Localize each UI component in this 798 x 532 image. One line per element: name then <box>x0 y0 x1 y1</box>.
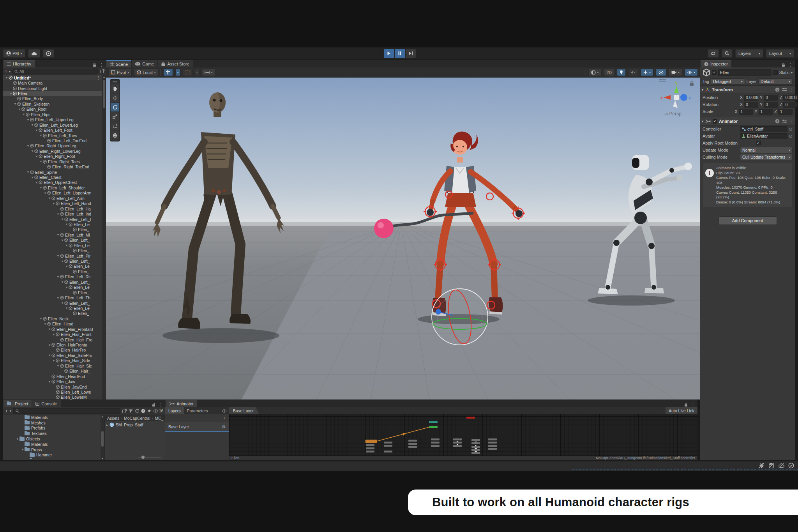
foldout-arrow-icon[interactable]: ▸ <box>106 423 108 427</box>
state-node[interactable] <box>471 446 480 448</box>
position-z-field[interactable]: 0.0016 <box>783 95 798 101</box>
pause-button[interactable] <box>394 49 405 58</box>
rotation-x-field[interactable]: 0 <box>744 102 758 108</box>
active-checkbox[interactable]: ✓ <box>712 70 717 75</box>
lock-icon[interactable] <box>152 403 155 407</box>
scale-y-field[interactable]: 1 <box>759 109 773 115</box>
scroll-up-icon[interactable]: ▲ <box>102 76 106 78</box>
hierarchy-item[interactable]: ▼Ellen_Left_ <box>3 300 102 306</box>
menu-kebab-icon[interactable]: ⋮ <box>691 402 695 407</box>
foldout-arrow-icon[interactable]: ▼ <box>65 286 69 289</box>
help-icon[interactable]: ? <box>775 119 780 124</box>
object-picker-icon[interactable]: ⊙ <box>789 127 793 132</box>
tab-layers[interactable]: Layers <box>165 407 184 414</box>
hierarchy-item[interactable]: ▼Ellen_Spine <box>3 170 102 175</box>
hierarchy-item[interactable]: ▼Ellen_Left_Foot <box>3 127 102 133</box>
hierarchy-item[interactable]: Ellen_Hair_ <box>3 369 102 374</box>
state-node[interactable] <box>366 447 374 449</box>
layer-dropdown[interactable]: Default▾ <box>758 78 793 85</box>
thumbnail-size-slider[interactable] <box>138 456 161 459</box>
project-folder-row[interactable]: Shield <box>3 458 101 459</box>
collab-disabled-icon[interactable] <box>778 463 784 468</box>
gizmo-center-cube[interactable] <box>674 95 679 100</box>
hierarchy-item[interactable]: ▼Ellen_Right_LowerLeg <box>3 148 102 154</box>
foldout-arrow-icon[interactable]: ▼ <box>48 327 51 331</box>
hierarchy-item[interactable]: ▼Ellen_Left_Rir <box>3 274 102 279</box>
transform-header[interactable]: ▾ Transform ? ⋮ <box>700 85 795 94</box>
scroll-up-icon[interactable]: ▲ <box>101 415 104 418</box>
hierarchy-item[interactable]: Ellen_Hair_Fro <box>3 337 102 342</box>
hierarchy-item[interactable]: ▼Ellen <box>3 91 102 96</box>
increment-snap-toggle[interactable] <box>183 69 192 76</box>
component-enabled-checkbox[interactable]: ✓ <box>713 119 717 124</box>
link-icon[interactable] <box>733 110 733 113</box>
foldout-arrow-icon[interactable]: ▼ <box>60 301 64 305</box>
foldout-arrow-icon[interactable]: ▼ <box>39 160 43 163</box>
hierarchy-item[interactable]: Ellen_ <box>3 290 102 295</box>
add-layer-button[interactable]: + <box>222 415 226 421</box>
update-mode-dropdown[interactable]: Normal▾ <box>740 147 793 153</box>
increment-snap-dropdown[interactable]: ▾ <box>195 69 200 76</box>
state-node[interactable] <box>431 438 440 440</box>
cache-server-disabled-icon[interactable] <box>768 463 774 468</box>
menu-kebab-icon[interactable]: ⋮ <box>159 402 163 407</box>
hierarchy-item[interactable]: ▼Ellen_HairFronta <box>3 342 102 347</box>
base-layer-item[interactable]: Base Layer ⚙ <box>165 422 229 432</box>
foldout-arrow-icon[interactable]: ▼ <box>48 380 51 384</box>
hierarchy-item[interactable]: ▼Ellen_Hair_Side <box>3 358 102 363</box>
menu-kebab-icon[interactable]: ⋮ <box>99 62 104 67</box>
foldout-arrow-icon[interactable]: ▼ <box>21 448 25 451</box>
project-search-input[interactable] <box>13 408 120 414</box>
hierarchy-item[interactable]: ▼Ellen_Hips <box>3 112 102 117</box>
hierarchy-item[interactable]: Ellen_HeadEnd <box>3 374 102 379</box>
controller-field[interactable]: ctrl_Staff <box>740 126 787 132</box>
2d-toggle[interactable]: 2D <box>604 69 614 76</box>
layers-dropdown[interactable]: Layers▾ <box>735 49 763 58</box>
lighting-toggle[interactable] <box>617 69 626 76</box>
hierarchy-item[interactable]: Ellen_Left_ToeEnd <box>3 138 102 143</box>
chevron-down-icon[interactable]: ▾ <box>9 70 11 73</box>
hierarchy-item[interactable]: ▼Ellen_Right_Toes <box>3 159 102 164</box>
shading-mode-dropdown[interactable]: ▾ <box>588 69 602 76</box>
hierarchy-item[interactable]: Ellen_Body <box>3 96 102 101</box>
state-node[interactable] <box>408 446 417 448</box>
hierarchy-item[interactable]: ▼Ellen_Left_UpperArm <box>3 191 102 196</box>
hierarchy-item[interactable]: Ellen_JawEnd <box>3 384 102 389</box>
tab-hierarchy[interactable]: Hierarchy <box>4 60 35 67</box>
foldout-arrow-icon[interactable]: ▼ <box>52 333 56 336</box>
foldout-arrow-icon[interactable]: ▼ <box>16 437 19 441</box>
foldout-arrow-icon[interactable]: ▼ <box>52 359 56 362</box>
transform-tool[interactable] <box>111 131 119 140</box>
layer-settings-gear-icon[interactable]: ⚙ <box>222 424 226 429</box>
search-by-type-icon[interactable] <box>129 409 133 413</box>
foldout-arrow-icon[interactable]: ▼ <box>35 181 39 184</box>
foldout-arrow-icon[interactable]: ▼ <box>60 239 64 242</box>
pivot-dropdown[interactable]: Pivot▾ <box>108 69 132 76</box>
project-folder-row[interactable]: Meshes <box>3 420 101 426</box>
tab-project[interactable]: Project <box>4 400 32 407</box>
position-x-field[interactable]: 0.0008 <box>744 95 758 101</box>
foldout-arrow-icon[interactable]: ▼ <box>39 134 43 137</box>
palette-grip[interactable] <box>110 80 120 83</box>
gizmo-lock-icon[interactable] <box>690 81 694 86</box>
presets-icon[interactable] <box>782 88 787 92</box>
position-y-field[interactable]: 0 <box>764 95 778 101</box>
apply-root-motion-checkbox[interactable]: ✓ <box>756 141 761 145</box>
state-node[interactable] <box>366 451 374 452</box>
foldout-arrow-icon[interactable]: ▼ <box>30 176 34 179</box>
state-node[interactable] <box>488 448 497 450</box>
rotate-tool[interactable] <box>111 103 119 111</box>
presets-icon[interactable] <box>782 119 787 123</box>
menu-kebab-icon[interactable]: ⋮ <box>788 62 793 67</box>
lock-icon[interactable] <box>782 63 785 67</box>
state-node[interactable] <box>488 442 497 444</box>
effects-dropdown[interactable]: ▾ <box>641 69 653 76</box>
create-asset-button[interactable]: + <box>5 408 8 414</box>
static-checkbox[interactable] <box>773 70 778 75</box>
foldout-arrow-icon[interactable]: ▼ <box>5 76 9 80</box>
foldout-arrow-icon[interactable]: ▼ <box>56 296 60 300</box>
menu-kebab-icon[interactable]: ⋮ <box>789 87 793 92</box>
foldout-arrow-icon[interactable]: ▼ <box>18 108 21 111</box>
services-button[interactable] <box>43 49 54 58</box>
chevron-down-icon[interactable]: ▾ <box>10 409 11 413</box>
